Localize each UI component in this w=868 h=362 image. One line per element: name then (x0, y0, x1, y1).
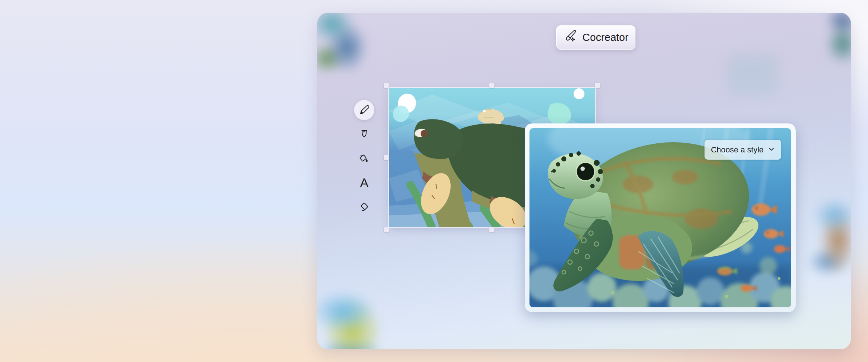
selection-handle-top-left[interactable] (384, 83, 389, 88)
text-tool-button[interactable]: A (354, 173, 374, 193)
eraser-icon (358, 201, 370, 213)
choose-style-label: Choose a style (711, 145, 764, 155)
fill-tool-button[interactable] (354, 148, 374, 169)
fill-bucket-icon (358, 153, 370, 164)
selection-handle-top-middle[interactable] (489, 83, 494, 88)
eraser-tool-button[interactable] (354, 197, 374, 217)
text-icon: A (360, 176, 369, 189)
selection-handle-middle-left[interactable] (384, 155, 389, 160)
cocreator-label: Cocreator (582, 31, 628, 43)
generated-image-card: Choose a style (525, 123, 796, 312)
chevron-down-icon (768, 145, 775, 155)
whiteboard-panel: Cocreator (317, 13, 851, 349)
selection-handle-bottom-left[interactable] (384, 227, 389, 232)
pen-tool-button[interactable] (354, 124, 374, 144)
pencil-tool-button[interactable] (354, 100, 374, 120)
blurred-artwork-top-right (822, 13, 851, 64)
blurred-artwork-bottom-left (317, 291, 382, 349)
cocreator-demo-page: Cocreator (0, 0, 868, 362)
pen-icon (358, 129, 370, 140)
pencil-icon (358, 104, 370, 116)
brush-sparkle-icon (563, 29, 577, 46)
selection-handle-bottom-middle[interactable] (489, 227, 494, 232)
blurred-artwork-middle-right (808, 198, 851, 276)
generated-turtle-image: Choose a style (529, 128, 791, 307)
drawing-toolbar: A (354, 100, 374, 221)
blurred-artwork-top-left (317, 13, 368, 73)
choose-style-dropdown[interactable]: Choose a style (705, 140, 781, 160)
blurred-artwork-upper-right (728, 55, 777, 95)
cocreator-button[interactable]: Cocreator (556, 25, 635, 50)
selection-handle-top-right[interactable] (595, 83, 600, 88)
